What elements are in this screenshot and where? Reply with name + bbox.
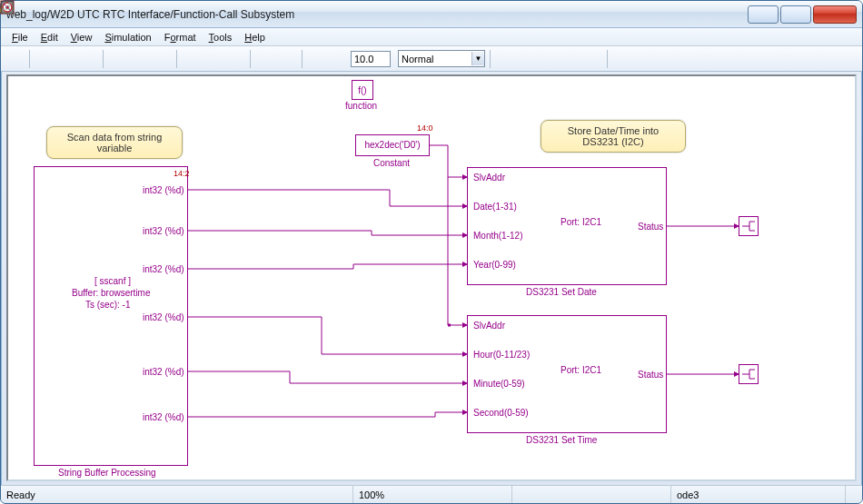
svg-point-71 (3, 8, 5, 10)
close-button[interactable] (813, 5, 857, 24)
simmode-combo[interactable]: Normal▼ (398, 50, 485, 67)
stop-button[interactable] (329, 49, 349, 69)
menu-help[interactable]: Help (239, 31, 271, 44)
svg-point-70 (8, 5, 10, 7)
redo-button[interactable] (277, 49, 297, 69)
menubar: File Edit View Simulation Format Tools H… (1, 28, 862, 46)
print-button[interactable] (78, 49, 98, 69)
chip-icon[interactable] (582, 49, 602, 69)
titlebar[interactable]: web_log/W2D UTC RTC Interface/Function-C… (1, 1, 862, 28)
window-buttons (746, 5, 857, 24)
refresh-icon[interactable] (678, 49, 698, 69)
wires (8, 76, 857, 481)
back-button[interactable] (182, 49, 202, 69)
target-options-icon[interactable] (539, 49, 559, 69)
maximize-button[interactable] (780, 5, 811, 24)
resize-grip[interactable] (846, 494, 862, 496)
status-zoom: 100% (353, 486, 512, 503)
status-ready: Ready (1, 486, 353, 503)
new-button[interactable] (5, 49, 25, 69)
up-button[interactable] (225, 49, 245, 69)
open-button[interactable] (35, 49, 55, 69)
incremental-build-icon[interactable] (517, 49, 537, 69)
paste-button[interactable] (152, 49, 172, 69)
menu-file[interactable]: File (6, 31, 34, 44)
run-button[interactable] (307, 49, 327, 69)
app-window: web_log/W2D UTC RTC Interface/Function-C… (0, 0, 863, 504)
statusbar: Ready 100% ode3 (1, 485, 862, 503)
canvas[interactable]: f() function Scan data from stringvariab… (6, 74, 857, 481)
build-button[interactable] (495, 49, 515, 69)
menu-simulation[interactable]: Simulation (99, 31, 156, 44)
stoptime-input[interactable]: 10.0 (351, 51, 391, 67)
debug-icon[interactable] (656, 49, 676, 69)
chevron-down-icon: ▼ (471, 52, 484, 65)
cut-button[interactable] (108, 49, 128, 69)
save-button[interactable] (56, 49, 76, 69)
toolbar: 10.0 Normal▼ (1, 46, 862, 72)
menu-format[interactable]: Format (159, 31, 202, 44)
svg-point-72 (5, 5, 7, 7)
simmode-label: Normal (402, 54, 433, 64)
window-title: web_log/W2D UTC RTC Interface/Function-C… (6, 8, 746, 21)
minimize-button[interactable] (748, 5, 779, 24)
svg-point-68 (8, 8, 10, 10)
model-explorer-icon[interactable] (634, 49, 654, 69)
status-blank (512, 486, 671, 503)
menu-edit[interactable]: Edit (35, 31, 64, 44)
library-browser-icon[interactable] (612, 49, 632, 69)
stacked-icon[interactable] (560, 49, 580, 69)
menu-view[interactable]: View (65, 31, 98, 44)
forward-button[interactable] (203, 49, 223, 69)
undo-button[interactable] (255, 49, 275, 69)
svg-point-69 (5, 8, 7, 10)
svg-point-73 (8, 3, 10, 5)
menu-tools[interactable]: Tools (203, 31, 238, 44)
copy-button[interactable] (130, 49, 150, 69)
svg-rect-67 (448, 324, 451, 327)
status-solver: ode3 (671, 486, 846, 503)
